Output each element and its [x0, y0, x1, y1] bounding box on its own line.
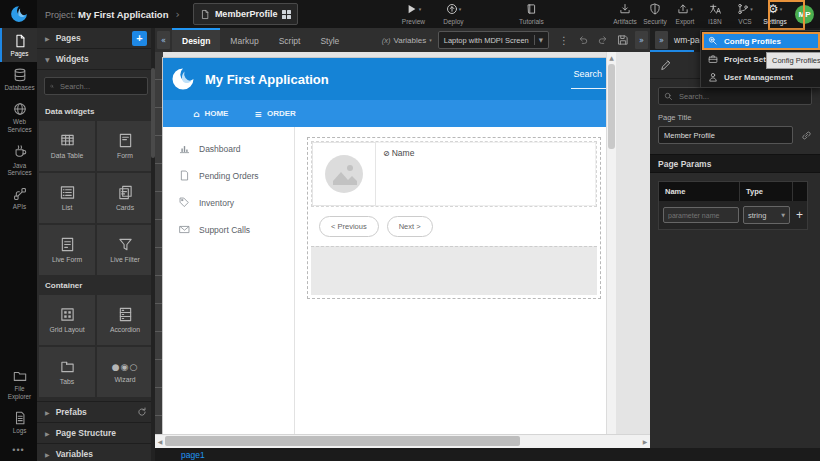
list-item[interactable]: ⊘Name [311, 141, 597, 207]
chevron-down-icon: ▼ [534, 35, 543, 45]
collapse-right-panel-button[interactable]: » [635, 31, 648, 49]
chevron-right-icon: ▶ [45, 430, 50, 437]
scrollbar-thumb[interactable] [165, 436, 520, 446]
menu-item-config-profiles[interactable]: Config Profiles [702, 32, 820, 50]
add-param-button[interactable]: + [796, 208, 803, 222]
widget-cards[interactable]: Cards [97, 173, 153, 223]
scroll-right-arrow-icon[interactable]: ▶ [640, 435, 650, 448]
list-widget[interactable]: ⊘Name < Previous Next > [307, 137, 601, 299]
section-pages[interactable]: ▶ Pages + [37, 28, 155, 49]
param-name-input[interactable] [663, 207, 739, 223]
save-button[interactable] [617, 34, 629, 46]
menu-item-pending-orders[interactable]: Pending Orders [163, 162, 294, 189]
data-widgets-grid: Data Table Form List Cards Live Form Liv… [37, 121, 155, 275]
sidebar-item-databases[interactable]: Databases [0, 62, 37, 96]
refresh-icon[interactable] [137, 407, 147, 417]
app-vertical-scrollbar[interactable]: ▲ [606, 52, 616, 434]
section-prefabs[interactable]: ▶ Prefabs [37, 401, 155, 423]
menu-item-dashboard[interactable]: Dashboard [163, 135, 294, 162]
widget-grid-layout[interactable]: Grid Layout [39, 295, 95, 345]
scroll-up-arrow-icon[interactable]: ▲ [607, 52, 616, 61]
section-variables[interactable]: ▶ Variables [37, 444, 155, 461]
pencil-edit-icon[interactable] [660, 59, 672, 71]
scrollbar-thumb[interactable] [608, 64, 615, 149]
nav-item-order[interactable]: ≡ORDER [254, 109, 295, 119]
sidebar-item-web-services[interactable]: Web Services [0, 96, 37, 137]
more-options-dots-icon[interactable]: ••• [0, 439, 37, 461]
section-page-structure[interactable]: ▶ Page Structure [37, 423, 155, 444]
properties-search-input[interactable] [677, 91, 761, 102]
tutorials-button[interactable]: Tutorials [516, 0, 546, 28]
widget-wizard[interactable]: ●◉○ Wizard [97, 347, 153, 397]
page1-link[interactable]: page1 [181, 450, 205, 460]
previous-button[interactable]: < Previous [319, 216, 379, 237]
page-title-input[interactable] [659, 131, 792, 140]
redo-button[interactable] [597, 34, 609, 46]
sidebar-item-java-services[interactable]: Java Services [0, 138, 37, 181]
expand-panel-button[interactable]: » [655, 31, 668, 49]
tab-design[interactable]: Design [172, 28, 220, 52]
menu-item-support-calls[interactable]: Support Calls [163, 216, 294, 243]
avatar[interactable]: MP [795, 5, 814, 24]
canvas-column: « Design Markup Script Style (x) Variabl… [155, 28, 650, 448]
app-search-field[interactable]: Search [571, 69, 606, 89]
widget-list[interactable]: List [39, 173, 95, 223]
widget-tabs[interactable]: Tabs [39, 347, 95, 397]
accordion-icon [118, 307, 133, 322]
grid-icon[interactable] [282, 10, 291, 19]
preview-button[interactable]: ▾ Preview [398, 0, 428, 28]
form-icon [118, 133, 133, 148]
page-title-field[interactable] [658, 126, 793, 144]
app-header: My First Application Search [163, 58, 606, 100]
widget-data-table[interactable]: Data Table [39, 121, 95, 171]
security-shield-icon [649, 3, 661, 15]
widget-live-filter[interactable]: Live Filter [97, 225, 153, 275]
app-preview-frame[interactable]: My First Application Search ⌂HOME ≡ORDER… [163, 58, 606, 434]
tab-script[interactable]: Script [269, 28, 311, 52]
sidebar-item-file-explorer[interactable]: File Explorer [0, 363, 37, 404]
sidebar-item-pages[interactable]: Pages [0, 28, 37, 62]
vcs-button[interactable]: ▾ VCS [730, 0, 760, 28]
page-tab-memberprofile[interactable]: MemberProfile [193, 3, 299, 25]
menu-item-user-management[interactable]: User Management [702, 68, 820, 86]
design-canvas: My First Application Search ⌂HOME ≡ORDER… [155, 52, 650, 434]
add-page-button[interactable]: + [132, 31, 147, 46]
user-icon [708, 72, 718, 82]
widget-accordion[interactable]: Accordion [97, 295, 153, 345]
top-bar: Project: My First Application › MemberPr… [0, 0, 820, 29]
page-params-section-header[interactable]: Page Params [650, 154, 820, 173]
i18n-button[interactable]: i18N [700, 0, 730, 28]
security-button[interactable]: Security [640, 0, 670, 28]
section-widgets[interactable]: ▼ Widgets [37, 49, 155, 70]
collapse-left-panel-button[interactable]: « [157, 31, 170, 49]
export-button[interactable]: ▾ Export [670, 0, 700, 28]
widget-live-form[interactable]: Live Form [39, 225, 95, 275]
nav-item-home[interactable]: ⌂HOME [193, 109, 228, 119]
column-header-actions [793, 182, 807, 201]
widget-form[interactable]: Form [97, 121, 153, 171]
tab-style[interactable]: Style [310, 28, 349, 52]
properties-search[interactable] [658, 87, 812, 105]
scroll-left-arrow-icon[interactable]: ◀ [155, 435, 165, 448]
undo-button[interactable] [577, 34, 589, 46]
variables-button[interactable]: (x) Variables ▾ [382, 36, 432, 45]
canvas-horizontal-scrollbar[interactable]: ◀ ▶ [155, 434, 650, 448]
widget-search-input[interactable] [58, 81, 142, 92]
settings-button[interactable]: ⚙▾ Settings [760, 0, 790, 28]
live-filter-funnel-icon [118, 237, 133, 252]
sidebar-item-apis[interactable]: APIs [0, 181, 37, 215]
device-selector[interactable]: Laptop with MDPI Screen ▼ [438, 31, 549, 49]
more-vertical-icon[interactable]: ⋮ [559, 35, 569, 46]
bound-name-label[interactable]: ⊘Name [383, 148, 588, 158]
deploy-button[interactable]: ▾ Deploy [438, 0, 468, 28]
next-button[interactable]: Next > [387, 216, 433, 237]
empty-drop-area[interactable] [311, 246, 597, 295]
sidebar-item-logs[interactable]: Logs [0, 405, 37, 439]
artifacts-button[interactable]: Artifacts [610, 0, 640, 28]
widget-search[interactable] [44, 77, 148, 95]
bind-link-icon[interactable] [801, 130, 812, 141]
menu-item-inventory[interactable]: Inventory [163, 189, 294, 216]
tab-markup[interactable]: Markup [220, 28, 268, 52]
param-type-select[interactable]: string ▼ [743, 206, 790, 224]
wavemaker-logo[interactable] [0, 0, 37, 28]
